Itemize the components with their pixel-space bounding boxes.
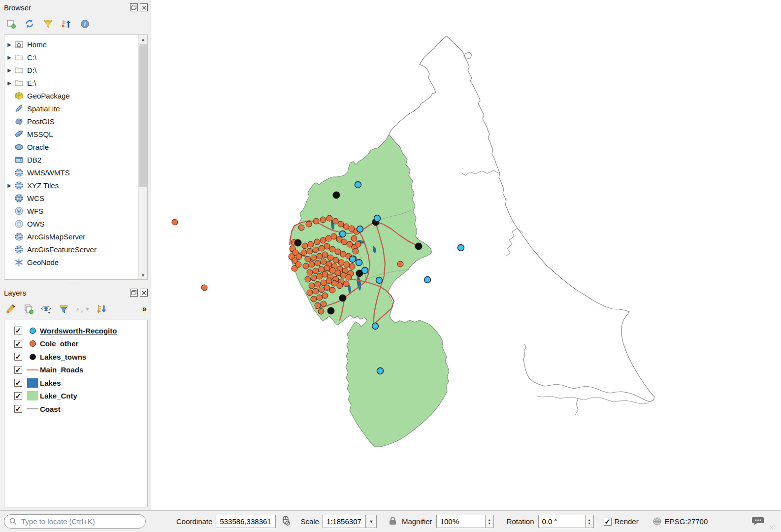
layer-item-wordsworth-recogito[interactable]: Wordsworth-Recogito: [7, 324, 147, 337]
browser-item-geopackage[interactable]: GeoPackage: [5, 89, 147, 102]
expand-arrow-icon[interactable]: ▶: [5, 67, 13, 73]
manage-map-themes-button[interactable]: [40, 303, 52, 314]
browser-item-c[interactable]: ▶C:\: [5, 51, 147, 64]
cole-other-point: [333, 257, 339, 263]
browser-item-label: WFS: [27, 207, 43, 215]
map-canvas[interactable]: [151, 0, 781, 510]
refresh-button[interactable]: [24, 18, 35, 29]
cole-other-point: [313, 268, 319, 274]
layer-styling-button[interactable]: [6, 303, 17, 314]
locator-box[interactable]: [4, 514, 146, 529]
browser-item-oracle[interactable]: Oracle: [5, 140, 147, 153]
lock-scale-icon[interactable]: [389, 516, 397, 527]
scale-dropdown-arrow-icon[interactable]: ▼: [366, 515, 377, 528]
ows-icon: [13, 219, 24, 229]
locator-input[interactable]: [20, 517, 140, 526]
geonode-icon: [13, 258, 24, 267]
browser-item-spatialite[interactable]: SpatiaLite: [5, 102, 147, 115]
scale-input[interactable]: [323, 515, 366, 528]
browser-item-ows[interactable]: OWS: [5, 217, 147, 230]
messages-button[interactable]: [751, 515, 764, 528]
home-icon: [13, 40, 24, 49]
browser-close-button[interactable]: [140, 3, 148, 11]
resize-grip[interactable]: ⁙⁚: [769, 525, 776, 532]
properties-button[interactable]: i: [80, 19, 90, 29]
layer-visibility-checkbox[interactable]: [14, 405, 22, 413]
layer-visibility-checkbox[interactable]: [14, 340, 22, 348]
layer-item-coast[interactable]: Coast: [7, 402, 147, 416]
browser-item-wfs[interactable]: WFS: [5, 204, 147, 217]
layer-visibility-checkbox[interactable]: [14, 327, 22, 334]
coast-island: [464, 52, 472, 59]
layers-close-button[interactable]: [140, 289, 148, 297]
add-selected-layers-button[interactable]: [6, 19, 16, 29]
browser-item-wms-wmts[interactable]: WMS/WMTS: [5, 166, 147, 179]
arcgis-icon: [13, 245, 24, 254]
cole-other-point: [326, 215, 332, 221]
expand-collapse-button[interactable]: [97, 303, 107, 314]
expand-arrow-icon[interactable]: ▶: [5, 55, 13, 60]
cole-other-point: [327, 255, 333, 261]
crs-button[interactable]: EPSG:27700: [652, 517, 708, 526]
scrollbar-thumb[interactable]: [139, 44, 147, 187]
browser-item-arcgismapserver[interactable]: ArcGisMapServer: [5, 230, 147, 243]
browser-float-button[interactable]: [130, 3, 138, 11]
rotation-input[interactable]: [538, 515, 586, 528]
layer-item-lakes[interactable]: Lakes: [7, 376, 147, 390]
layer-item-cole-other[interactable]: Cole_other: [7, 337, 147, 351]
rotation-spinner[interactable]: ▲▼: [586, 515, 594, 528]
layers-float-button[interactable]: [130, 289, 138, 297]
cole-other-point: [313, 218, 319, 224]
filter-by-expression-button[interactable]: εν: [75, 303, 90, 314]
globe-icon: [13, 181, 24, 190]
layer-item-lakes-towns[interactable]: Lakes_towns: [7, 350, 147, 364]
browser-item-arcgisfeatureserver[interactable]: ArcGisFeatureServer: [5, 243, 147, 256]
cole-other-point: [315, 302, 321, 308]
toggle-extents-mouse-icon[interactable]: [280, 515, 292, 528]
expand-arrow-icon[interactable]: ▶: [5, 80, 13, 86]
add-group-button[interactable]: [23, 303, 34, 314]
browser-item-home[interactable]: ▶Home: [5, 38, 147, 51]
add-layer-icon: [6, 19, 16, 29]
browser-item-e[interactable]: ▶E:\: [5, 76, 147, 89]
browser-scrollbar[interactable]: ▲ ▼: [138, 35, 147, 279]
dock-splitter[interactable]: ······: [0, 280, 151, 285]
browser-item-label: Home: [27, 40, 47, 49]
scroll-up-icon[interactable]: ▲: [139, 35, 147, 43]
filter-legend-button[interactable]: [59, 304, 69, 314]
cole-other-point: [308, 241, 314, 247]
spin-down-icon: ▼: [488, 522, 491, 525]
browser-item-db2[interactable]: DB2DB2: [5, 153, 147, 166]
browser-tree: ▶Home▶C:\▶D:\▶E:\GeoPackageSpatiaLitePos…: [4, 34, 148, 280]
browser-item-postgis[interactable]: PostGIS: [5, 115, 147, 128]
layer-visibility-checkbox[interactable]: [14, 366, 22, 374]
browser-item-geonode[interactable]: GeoNode: [5, 256, 147, 268]
cole-other-point: [305, 256, 311, 262]
browser-item-mssql[interactable]: MSSQL: [5, 128, 147, 140]
layer-item-main-roads[interactable]: Main_Roads: [7, 364, 147, 377]
expand-arrow-icon[interactable]: ▶: [5, 42, 13, 47]
collapse-all-button[interactable]: [61, 18, 72, 29]
layer-legend-symbol: [25, 328, 40, 334]
browser-item-d[interactable]: ▶D:\: [5, 64, 147, 76]
magnifier-input[interactable]: [436, 515, 486, 528]
coordinate-input[interactable]: [216, 515, 276, 528]
expand-arrow-icon[interactable]: ▶: [5, 183, 13, 188]
toolbar-overflow-button[interactable]: »: [142, 304, 147, 313]
render-checkbox[interactable]: [604, 518, 612, 526]
map-svg[interactable]: [151, 0, 781, 510]
cole-other-point: [331, 280, 337, 286]
cole-other-point: [311, 296, 317, 302]
layer-visibility-checkbox[interactable]: [14, 353, 22, 361]
browser-item-xyz-tiles[interactable]: ▶XYZ Tiles: [5, 179, 147, 192]
wordsworth-recogito-point: [355, 182, 361, 188]
browser-item-wcs[interactable]: WCS: [5, 192, 147, 204]
browser-item-label: SpatiaLite: [27, 104, 60, 113]
layer-item-lake-cnty[interactable]: Lake_Cnty: [7, 390, 147, 403]
filter-browser-button[interactable]: [43, 19, 53, 29]
layer-visibility-checkbox[interactable]: [14, 392, 22, 400]
magnifier-spinner[interactable]: ▲▼: [486, 515, 494, 528]
arcgis-icon: [13, 232, 24, 241]
layer-visibility-checkbox[interactable]: [14, 379, 22, 387]
scroll-down-icon[interactable]: ▼: [139, 271, 147, 279]
